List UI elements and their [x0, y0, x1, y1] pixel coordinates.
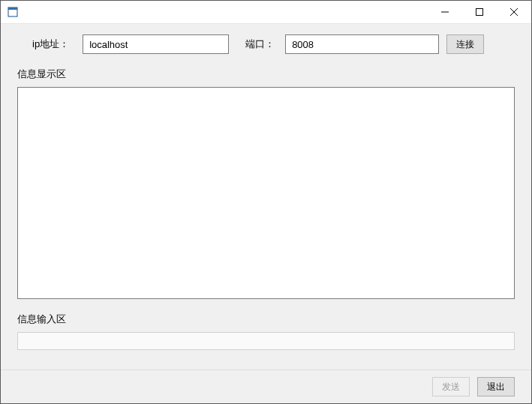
- titlebar: [1, 1, 531, 24]
- maximize-button[interactable]: [462, 1, 497, 23]
- app-window: ip地址： 端口： 连接 信息显示区 信息输入区 发送 退出: [0, 0, 532, 404]
- connect-button[interactable]: 连接: [446, 34, 484, 54]
- ip-label: ip地址：: [32, 37, 69, 51]
- display-section-label: 信息显示区: [17, 67, 515, 81]
- app-icon: [7, 6, 19, 18]
- minimize-button[interactable]: [428, 1, 462, 23]
- send-button[interactable]: 发送: [432, 377, 470, 397]
- message-input[interactable]: [17, 332, 515, 350]
- svg-rect-3: [476, 9, 483, 16]
- ip-input[interactable]: [83, 34, 229, 54]
- message-display-area[interactable]: [17, 87, 515, 299]
- footer: 发送 退出: [1, 370, 531, 403]
- input-section-label: 信息输入区: [17, 313, 515, 326]
- connection-row: ip地址： 端口： 连接: [17, 34, 515, 54]
- close-button[interactable]: [497, 1, 531, 23]
- port-input[interactable]: [285, 34, 439, 54]
- input-row: [17, 332, 515, 350]
- svg-rect-1: [8, 7, 17, 10]
- content-area: ip地址： 端口： 连接 信息显示区 信息输入区: [1, 24, 531, 370]
- window-controls: [428, 1, 531, 23]
- port-label: 端口：: [245, 37, 275, 51]
- exit-button[interactable]: 退出: [477, 377, 515, 397]
